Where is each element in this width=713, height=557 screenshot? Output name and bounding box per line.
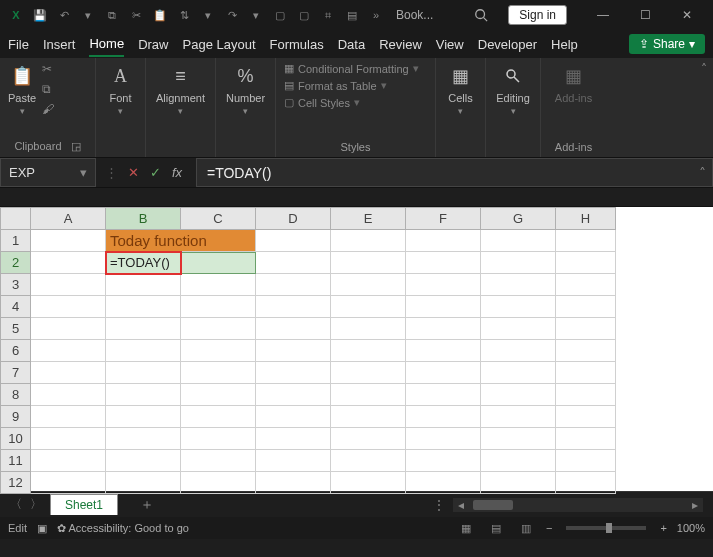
cell-g2[interactable]	[481, 252, 556, 274]
cell-b2[interactable]: =TODAY()	[106, 252, 181, 274]
cell[interactable]	[106, 472, 181, 494]
page-break-view-icon[interactable]: ▥	[516, 522, 536, 535]
cell[interactable]	[31, 362, 106, 384]
save-icon[interactable]: 💾	[30, 5, 50, 25]
share-button[interactable]: ⇪ Share ▾	[629, 34, 705, 54]
add-sheet-button[interactable]: ＋	[140, 496, 154, 514]
row-header-7[interactable]: 7	[1, 362, 31, 384]
cell[interactable]	[481, 450, 556, 472]
cell[interactable]	[256, 274, 331, 296]
cell[interactable]	[331, 450, 406, 472]
cell[interactable]	[481, 296, 556, 318]
row-header-10[interactable]: 10	[1, 428, 31, 450]
cell[interactable]	[331, 274, 406, 296]
tab-developer[interactable]: Developer	[478, 33, 537, 56]
copy-icon[interactable]: ⧉	[102, 5, 122, 25]
cell[interactable]	[181, 318, 256, 340]
cell[interactable]	[106, 274, 181, 296]
col-header-d[interactable]: D	[256, 208, 331, 230]
zoom-level[interactable]: 100%	[677, 522, 705, 534]
cell[interactable]	[181, 362, 256, 384]
horizontal-scrollbar[interactable]: ◂ ▸	[453, 498, 703, 512]
scroll-left-icon[interactable]: ◂	[453, 498, 469, 512]
zoom-out-button[interactable]: −	[546, 522, 552, 534]
cell[interactable]	[556, 428, 616, 450]
page-layout-view-icon[interactable]: ▤	[486, 522, 506, 535]
cell[interactable]	[406, 274, 481, 296]
cells-button[interactable]: ▦ Cells ▾	[444, 62, 477, 116]
cell-d1[interactable]	[256, 230, 331, 252]
redo-dropdown-icon[interactable]: ▾	[246, 5, 266, 25]
cell[interactable]	[331, 340, 406, 362]
close-button[interactable]: ✕	[667, 0, 707, 30]
open-icon[interactable]: ▢	[294, 5, 314, 25]
workbook-title[interactable]: Book...	[396, 8, 433, 22]
cell[interactable]	[106, 340, 181, 362]
tab-help[interactable]: Help	[551, 33, 578, 56]
tab-draw[interactable]: Draw	[138, 33, 168, 56]
cell[interactable]	[31, 384, 106, 406]
accessibility-status[interactable]: ✿ Accessibility: Good to go	[57, 522, 189, 535]
tab-home[interactable]: Home	[89, 32, 124, 57]
paste-button[interactable]: 📋 Paste ▾	[8, 62, 36, 116]
row-header-12[interactable]: 12	[1, 472, 31, 494]
zoom-in-button[interactable]: +	[660, 522, 666, 534]
cell[interactable]	[406, 296, 481, 318]
addins-button[interactable]: ▦ Add-ins	[549, 62, 598, 104]
cell[interactable]	[256, 472, 331, 494]
cell[interactable]	[556, 472, 616, 494]
cell[interactable]	[31, 406, 106, 428]
cell[interactable]	[481, 384, 556, 406]
cell-f1[interactable]	[406, 230, 481, 252]
cell-g1[interactable]	[481, 230, 556, 252]
cell[interactable]	[31, 340, 106, 362]
tab-formulas[interactable]: Formulas	[270, 33, 324, 56]
undo-dropdown-icon[interactable]: ▾	[78, 5, 98, 25]
col-header-e[interactable]: E	[331, 208, 406, 230]
cell[interactable]	[556, 318, 616, 340]
sheet-tab-sheet1[interactable]: Sheet1	[50, 494, 118, 515]
tab-insert[interactable]: Insert	[43, 33, 76, 56]
row-header-1[interactable]: 1	[1, 230, 31, 252]
name-box[interactable]: EXP ▾	[0, 158, 96, 187]
row-header-5[interactable]: 5	[1, 318, 31, 340]
row-header-9[interactable]: 9	[1, 406, 31, 428]
cell[interactable]	[181, 340, 256, 362]
row-header-6[interactable]: 6	[1, 340, 31, 362]
tab-view[interactable]: View	[436, 33, 464, 56]
format-as-table-button[interactable]: ▤Format as Table▾	[284, 79, 427, 92]
cell[interactable]	[106, 362, 181, 384]
minimize-button[interactable]: —	[583, 0, 623, 30]
tab-review[interactable]: Review	[379, 33, 422, 56]
expand-formula-bar-icon[interactable]: ˄	[699, 165, 706, 181]
cell[interactable]	[256, 384, 331, 406]
col-header-b[interactable]: B	[106, 208, 181, 230]
tab-data[interactable]: Data	[338, 33, 365, 56]
cell[interactable]	[331, 362, 406, 384]
col-header-a[interactable]: A	[31, 208, 106, 230]
cell[interactable]	[31, 450, 106, 472]
zoom-knob[interactable]	[606, 523, 612, 533]
cell[interactable]	[31, 428, 106, 450]
cell[interactable]	[181, 428, 256, 450]
select-all-corner[interactable]	[1, 208, 31, 230]
collapse-ribbon-icon[interactable]: ˄	[701, 62, 707, 76]
new-icon[interactable]: ▢	[270, 5, 290, 25]
cut-icon[interactable]: ✂	[126, 5, 146, 25]
enter-icon[interactable]: ✓	[146, 165, 164, 180]
row-header-3[interactable]: 3	[1, 274, 31, 296]
cell[interactable]	[406, 472, 481, 494]
cell[interactable]	[481, 318, 556, 340]
cell[interactable]	[31, 472, 106, 494]
cell[interactable]	[556, 384, 616, 406]
cell[interactable]	[331, 296, 406, 318]
cell[interactable]	[481, 274, 556, 296]
cell[interactable]	[106, 296, 181, 318]
cell[interactable]	[556, 362, 616, 384]
row-header-8[interactable]: 8	[1, 384, 31, 406]
conditional-formatting-button[interactable]: ▦Conditional Formatting▾	[284, 62, 427, 75]
col-header-f[interactable]: F	[406, 208, 481, 230]
format-painter-button[interactable]: 🖌	[42, 102, 60, 116]
cell[interactable]	[406, 406, 481, 428]
cell-a1[interactable]	[31, 230, 106, 252]
